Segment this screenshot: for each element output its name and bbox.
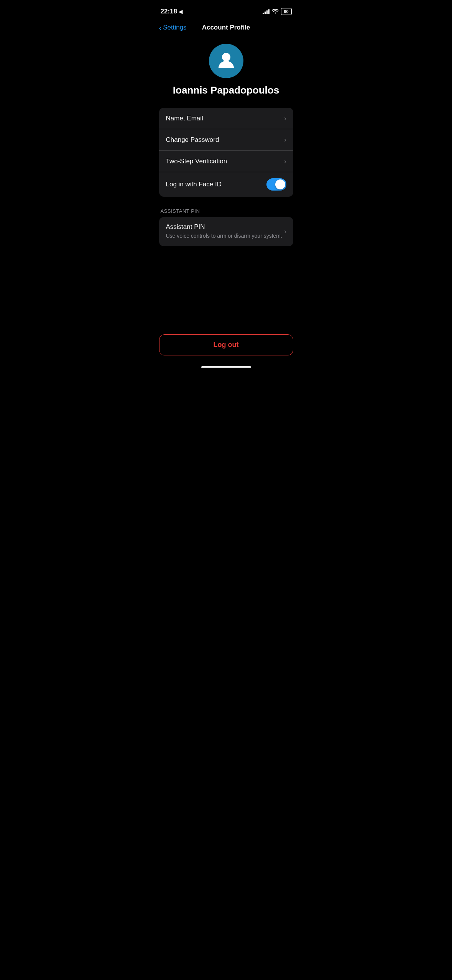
assistant-pin-item[interactable]: Assistant PIN Use voice controls to arm … xyxy=(159,217,293,246)
avatar xyxy=(209,44,243,78)
back-button[interactable]: ‹ Settings xyxy=(159,24,187,31)
status-time: 22:18 ◀ xyxy=(161,8,182,15)
face-id-toggle[interactable] xyxy=(266,178,286,191)
back-chevron-icon: ‹ xyxy=(159,24,162,31)
back-label: Settings xyxy=(163,24,186,31)
face-id-item[interactable]: Log in with Face ID xyxy=(159,172,293,197)
wifi-icon xyxy=(272,8,279,15)
battery-icon: 90 xyxy=(281,8,292,15)
profile-name: Ioannis Papadopoulos xyxy=(173,84,279,96)
home-bar xyxy=(201,366,251,368)
settings-group: Name, Email › Change Password › Two-Step… xyxy=(159,108,293,197)
signal-icon xyxy=(263,9,270,14)
spacer xyxy=(151,258,301,334)
logout-section: Log out xyxy=(151,334,301,363)
assistant-pin-subtitle: Use voice controls to arm or disarm your… xyxy=(166,232,284,240)
name-email-right: › xyxy=(284,115,286,122)
user-icon xyxy=(216,50,236,72)
face-id-right xyxy=(266,178,286,191)
assistant-pin-section: ASSISTANT PIN Assistant PIN Use voice co… xyxy=(151,208,301,246)
home-indicator xyxy=(151,363,301,372)
change-password-chevron-icon: › xyxy=(284,136,286,143)
location-icon: ◀ xyxy=(179,9,182,15)
assistant-pin-section-label: ASSISTANT PIN xyxy=(159,208,293,217)
nav-bar: ‹ Settings Account Profile xyxy=(151,21,301,36)
status-icons: 90 xyxy=(263,8,292,15)
toggle-thumb xyxy=(275,179,285,189)
profile-section: Ioannis Papadopoulos xyxy=(151,36,301,108)
main-settings-section: Name, Email › Change Password › Two-Step… xyxy=(151,108,301,197)
name-email-label: Name, Email xyxy=(166,115,203,122)
logout-button[interactable]: Log out xyxy=(159,334,293,355)
two-step-label: Two-Step Verification xyxy=(166,158,227,165)
name-email-item[interactable]: Name, Email › xyxy=(159,108,293,129)
battery-level: 90 xyxy=(281,8,292,15)
assistant-pin-chevron-icon: › xyxy=(284,228,286,235)
two-step-right: › xyxy=(284,158,286,165)
two-step-chevron-icon: › xyxy=(284,158,286,165)
page-title: Account Profile xyxy=(202,24,250,31)
assistant-pin-title: Assistant PIN xyxy=(166,223,284,231)
face-id-label: Log in with Face ID xyxy=(166,181,222,188)
change-password-right: › xyxy=(284,136,286,143)
svg-point-0 xyxy=(222,53,230,61)
two-step-item[interactable]: Two-Step Verification › xyxy=(159,151,293,172)
name-email-chevron-icon: › xyxy=(284,115,286,122)
assistant-pin-content: Assistant PIN Use voice controls to arm … xyxy=(166,223,284,240)
change-password-label: Change Password xyxy=(166,136,219,144)
time-display: 22:18 xyxy=(161,8,177,15)
change-password-item[interactable]: Change Password › xyxy=(159,129,293,151)
status-bar: 22:18 ◀ 90 xyxy=(151,0,301,21)
